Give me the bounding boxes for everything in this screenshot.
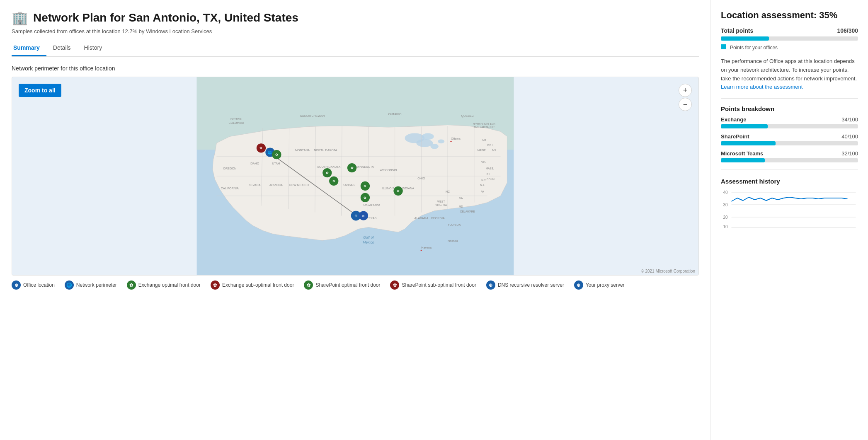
svg-text:QUEBEC: QUEBEC — [461, 114, 474, 118]
tab-details[interactable]: Details — [51, 41, 78, 56]
svg-point-66 — [450, 141, 451, 142]
svg-text:N.H.: N.H. — [481, 160, 486, 163]
svg-text:CALIFORNIA: CALIFORNIA — [221, 187, 239, 190]
svg-text:NEWFOUNDLAND: NEWFOUNDLAND — [473, 123, 495, 126]
page-container: 🏢 Network Plan for San Antonio, TX, Unit… — [0, 0, 868, 440]
svg-text:OREGON: OREGON — [223, 167, 236, 170]
sharepoint-bar-bg — [721, 141, 858, 145]
svg-point-5 — [431, 144, 439, 149]
legend-sp-sub-label: SharePoint sub-optimal front door — [402, 282, 476, 288]
legend-proxy: ⊕ Your proxy server — [574, 280, 625, 290]
svg-text:FLORIDA: FLORIDA — [448, 223, 461, 227]
svg-text:Ottawa: Ottawa — [451, 137, 461, 140]
sharepoint-label: SharePoint — [721, 133, 749, 140]
svg-text:20: 20 — [723, 215, 728, 220]
svg-text:MINNESOTA: MINNESOTA — [356, 165, 374, 169]
svg-text:40: 40 — [723, 190, 728, 195]
svg-text:MONTANA: MONTANA — [295, 149, 310, 152]
legend-network-icon: 🌐 — [65, 280, 74, 290]
legend-dns-icon: ⊕ — [486, 280, 495, 290]
zoom-out-button[interactable]: − — [679, 98, 692, 111]
svg-text:GEORGIA: GEORGIA — [431, 217, 445, 220]
svg-text:ONTARIO: ONTARIO — [388, 113, 402, 116]
legend-office-location: ⊕ Office location — [12, 280, 55, 290]
svg-text:P.E.I.: P.E.I. — [487, 144, 494, 147]
teams-bar-bg — [721, 158, 858, 162]
svg-point-4 — [416, 139, 433, 147]
history-title: Assessment history — [721, 178, 858, 185]
map-container: Gulf of Mexico OREGON — [12, 77, 699, 276]
svg-text:INDIANA: INDIANA — [402, 187, 414, 190]
page-title-row: 🏢 Network Plan for San Antonio, TX, Unit… — [12, 10, 699, 26]
legend-sp-opt-label: SharePoint optimal front door — [315, 282, 380, 288]
svg-text:OHIO: OHIO — [417, 177, 425, 180]
teams-score: 32/100 — [841, 150, 858, 157]
building-icon: 🏢 — [12, 10, 28, 26]
exchange-label: Exchange — [721, 116, 746, 123]
legend-network-perimeter: 🌐 Network perimeter — [65, 280, 117, 290]
sharepoint-bar-fill — [721, 141, 776, 145]
map-legend: ⊕ Office location 🌐 Network perimeter ✿ … — [12, 280, 699, 290]
sharepoint-score: 40/100 — [841, 133, 858, 140]
total-points-label: Total points — [721, 27, 753, 34]
zoom-to-all-button[interactable]: Zoom to all — [19, 84, 61, 97]
zoom-in-button[interactable]: + — [679, 84, 692, 97]
svg-text:✿: ✿ — [259, 146, 262, 150]
teams-label: Microsoft Teams — [721, 150, 763, 157]
svg-text:✿: ✿ — [364, 196, 366, 200]
svg-text:✿: ✿ — [332, 179, 335, 183]
page-subtitle: Samples collected from offices at this l… — [12, 28, 699, 34]
assessment-description: The performance of Office apps at this l… — [721, 57, 858, 92]
svg-text:MASS.: MASS. — [486, 167, 494, 170]
divider-1 — [721, 98, 858, 99]
description-text-span: The performance of Office apps at this l… — [721, 58, 857, 82]
exchange-label-row: Exchange 34/100 — [721, 116, 858, 123]
svg-text:✿: ✿ — [326, 171, 329, 175]
svg-text:N.Y.: N.Y. — [481, 179, 486, 181]
svg-text:TEXAS: TEXAS — [367, 217, 377, 220]
total-points-section: Total points 106/300 Points for your off… — [721, 27, 858, 51]
sharepoint-label-row: SharePoint 40/100 — [721, 133, 858, 140]
svg-point-69 — [421, 250, 422, 251]
svg-text:✿: ✿ — [351, 166, 354, 170]
tabs-container: Summary Details History — [12, 41, 699, 57]
legend-color-label: Points for your offices — [730, 45, 778, 51]
exchange-bar-fill — [721, 124, 768, 128]
teams-label-row: Microsoft Teams 32/100 — [721, 150, 858, 157]
legend-exchange-optimal: ✿ Exchange optimal front door — [127, 280, 201, 290]
svg-text:⊕: ⊕ — [362, 214, 365, 218]
svg-text:SOUTH DAKOTA: SOUTH DAKOTA — [317, 165, 340, 169]
exchange-score: 34/100 — [841, 116, 858, 123]
svg-text:Mexico: Mexico — [363, 240, 374, 244]
legend-sharepoint-optimal: ✿ SharePoint optimal front door — [304, 280, 380, 290]
svg-text:30: 30 — [723, 203, 728, 207]
legend-sharepoint-suboptimal: ✿ SharePoint sub-optimal front door — [390, 280, 476, 290]
legend-office-label: Office location — [23, 282, 55, 288]
svg-text:NORTH DAKOTA: NORTH DAKOTA — [314, 149, 337, 152]
total-points-label-row: Total points 106/300 — [721, 27, 858, 34]
history-chart-svg: 40 30 20 10 — [721, 189, 858, 230]
total-points-bar-bg — [721, 36, 858, 41]
legend-proxy-icon: ⊕ — [574, 280, 583, 290]
breakdown-exchange: Exchange 34/100 — [721, 116, 858, 128]
svg-text:Havana: Havana — [421, 246, 432, 249]
svg-text:NS: NS — [492, 149, 496, 152]
legend-proxy-label: Your proxy server — [586, 282, 625, 288]
map-controls: + − — [679, 84, 692, 111]
tab-summary[interactable]: Summary — [12, 41, 46, 56]
svg-text:✿: ✿ — [275, 153, 278, 157]
legend-dns: ⊕ DNS recursive resolver server — [486, 280, 564, 290]
legend-color-box — [721, 44, 726, 49]
legend-sp-opt-icon: ✿ — [304, 280, 313, 290]
svg-text:MAINE: MAINE — [478, 149, 486, 152]
svg-text:⊕: ⊕ — [354, 214, 358, 218]
assessment-title: Location assessment: 35% — [721, 10, 858, 21]
svg-text:DELAWARE: DELAWARE — [460, 210, 475, 213]
legend-dns-label: DNS recursive resolver server — [498, 282, 564, 288]
svg-text:OKLAHOMA: OKLAHOMA — [364, 203, 381, 207]
learn-more-link[interactable]: Learn more about the assessment — [721, 84, 803, 90]
tab-history[interactable]: History — [82, 41, 109, 56]
legend-exchange-sub-label: Exchange sub-optimal front door — [222, 282, 294, 288]
svg-point-6 — [438, 140, 444, 144]
svg-text:VA: VA — [459, 197, 463, 200]
